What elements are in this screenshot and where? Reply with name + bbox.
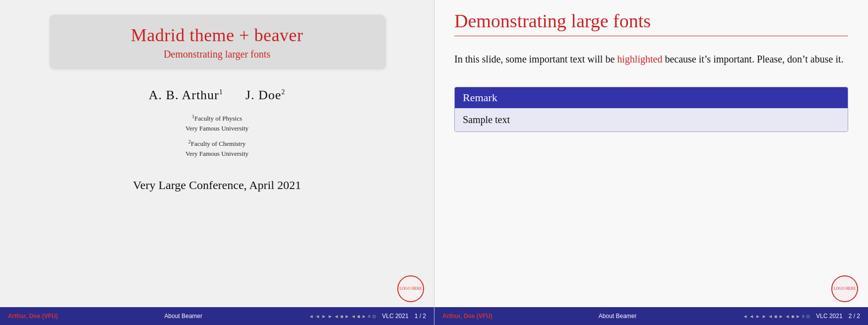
footer-right-slide: Arthur, Doe (VFU) About Beamer ◄ ◄ ► ► ◄… xyxy=(434,307,868,325)
right-slide-title: Demonstrating large fonts xyxy=(454,10,848,36)
affil1: 1Faculty of Physics Very Famous Universi… xyxy=(149,113,285,133)
author1-name: A. B. Arthur xyxy=(149,88,219,102)
author2-name: J. Doe xyxy=(246,88,281,102)
affil2-line2: Very Famous University xyxy=(186,150,248,157)
author-names: A. B. Arthur1 J. Doe2 xyxy=(149,88,285,103)
body-part1: In this slide, some important text will … xyxy=(454,54,615,65)
body-part2: because it’s important. Please, don’t ab… xyxy=(665,54,843,65)
footer-left-conf: VLC 2021 xyxy=(382,313,408,320)
author1-sup: 1 xyxy=(219,88,223,96)
body-highlight: highlighted xyxy=(617,54,662,65)
footer-right-center: About Beamer xyxy=(599,313,637,320)
remark-header: Remark xyxy=(455,87,848,108)
slide-left-content: Madrid theme + beaver Demonstrating larg… xyxy=(0,0,434,325)
remark-body: Sample text xyxy=(455,108,848,131)
title-box: Madrid theme + beaver Demonstrating larg… xyxy=(50,15,385,68)
conference-text: Very Large Conference, April 2021 xyxy=(133,179,301,192)
affiliations: 1Faculty of Physics Very Famous Universi… xyxy=(149,113,285,159)
footer-left-nav[interactable]: ◄ ◄ ► ► ◄ ■ ► ◄ ■ ► ≡ ⊙ xyxy=(309,314,376,319)
footer-left-center: About Beamer xyxy=(164,313,202,320)
slide-title-sub: Demonstrating larger fonts xyxy=(69,49,365,60)
slide-right: Demonstrating large fonts In this slide,… xyxy=(434,0,868,325)
slide-right-content: Demonstrating large fonts In this slide,… xyxy=(434,0,868,325)
footer-left-authors: Arthur, Doe (VFU) xyxy=(8,313,58,320)
footer-left-page: 1 / 2 xyxy=(415,313,426,320)
slide-body-text: In this slide, some important text will … xyxy=(454,51,848,67)
remark-block: Remark Sample text xyxy=(454,87,848,132)
logo-right: LOGO HERE xyxy=(831,275,858,302)
slide-title-main: Madrid theme + beaver xyxy=(69,25,365,46)
logo-left: LOGO HERE xyxy=(397,275,424,302)
footer-right-nav[interactable]: ◄ ◄ ► ► ◄ ■ ► ◄ ■ ► ≡ ⊙ xyxy=(743,314,810,319)
affil1-line2: Very Famous University xyxy=(186,125,248,132)
footer-right-page: 2 / 2 xyxy=(849,313,860,320)
footer-right-authors: Arthur, Doe (VFU) xyxy=(442,313,493,320)
authors-section: A. B. Arthur1 J. Doe2 1Faculty of Physic… xyxy=(149,88,285,164)
footer-left-slide: Arthur, Doe (VFU) About Beamer ◄ ◄ ► ► ◄… xyxy=(0,307,434,325)
slide-left: Madrid theme + beaver Demonstrating larg… xyxy=(0,0,434,325)
affil2-line1: Faculty of Chemistry xyxy=(191,140,246,148)
footer-right-conf: VLC 2021 xyxy=(816,313,842,320)
author2-sup: 2 xyxy=(281,88,285,96)
affil2: 2Faculty of Chemistry Very Famous Univer… xyxy=(149,138,285,158)
affil1-line1: Faculty of Physics xyxy=(194,115,242,122)
